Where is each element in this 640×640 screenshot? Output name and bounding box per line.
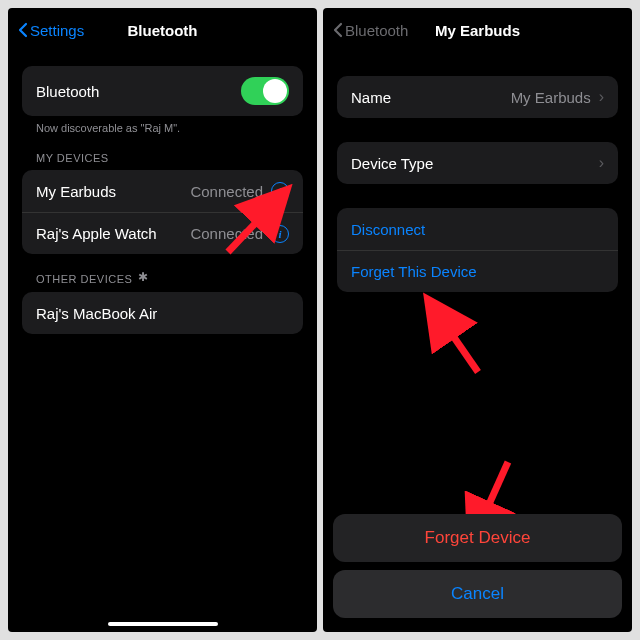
bluetooth-toggle-row[interactable]: Bluetooth <box>22 66 303 116</box>
disconnect-label: Disconnect <box>351 221 425 238</box>
name-label: Name <box>351 89 391 106</box>
device-row-macbook[interactable]: Raj's MacBook Air <box>22 292 303 334</box>
chevron-left-icon <box>333 22 343 38</box>
bluetooth-toggle[interactable] <box>241 77 289 105</box>
actions-group: Disconnect Forget This Device <box>337 208 618 292</box>
chevron-right-icon: › <box>599 88 604 106</box>
forget-device-button[interactable]: Forget Device <box>333 514 622 562</box>
device-row-earbuds[interactable]: My Earbuds Connected i <box>22 170 303 212</box>
other-devices-header: OTHER DEVICES <box>22 254 303 292</box>
back-label: Settings <box>30 22 84 39</box>
device-status: Connected <box>190 225 263 242</box>
chevron-left-icon <box>18 22 28 38</box>
back-label: Bluetooth <box>345 22 408 39</box>
navbar: Settings Bluetooth <box>8 8 317 52</box>
device-type-label: Device Type <box>351 155 433 172</box>
page-title: My Earbuds <box>435 22 520 39</box>
bluetooth-toggle-label: Bluetooth <box>36 83 99 100</box>
navbar: Bluetooth My Earbuds <box>323 8 632 52</box>
device-status: Connected <box>190 183 263 200</box>
cancel-button[interactable]: Cancel <box>333 570 622 618</box>
back-button[interactable]: Settings <box>18 22 84 39</box>
forget-label: Forget This Device <box>351 263 477 280</box>
spinner-icon <box>138 272 152 286</box>
disconnect-row[interactable]: Disconnect <box>337 208 618 250</box>
back-button[interactable]: Bluetooth <box>333 22 408 39</box>
info-icon[interactable]: i <box>271 225 289 243</box>
info-icon[interactable]: i <box>271 182 289 200</box>
name-group: Name My Earbuds › <box>337 76 618 118</box>
action-sheet: Forget Device Cancel <box>333 506 622 618</box>
device-name: My Earbuds <box>36 183 116 200</box>
device-type-group: Device Type › <box>337 142 618 184</box>
name-value: My Earbuds <box>511 89 591 106</box>
my-devices-header: MY DEVICES <box>22 134 303 170</box>
device-detail-screen: Bluetooth My Earbuds Name My Earbuds › D… <box>323 8 632 632</box>
device-type-row[interactable]: Device Type › <box>337 142 618 184</box>
other-devices-group: Raj's MacBook Air <box>22 292 303 334</box>
annotation-arrow <box>413 292 503 382</box>
bluetooth-toggle-group: Bluetooth <box>22 66 303 116</box>
bluetooth-settings-screen: Settings Bluetooth Bluetooth Now discove… <box>8 8 317 632</box>
discoverable-footnote: Now discoverable as "Raj M". <box>22 116 303 134</box>
device-name: Raj's MacBook Air <box>36 305 157 322</box>
forget-this-device-row[interactable]: Forget This Device <box>337 250 618 292</box>
chevron-right-icon: › <box>599 154 604 172</box>
svg-line-1 <box>431 304 478 372</box>
page-title: Bluetooth <box>128 22 198 39</box>
name-row[interactable]: Name My Earbuds › <box>337 76 618 118</box>
my-devices-group: My Earbuds Connected i Raj's Apple Watch… <box>22 170 303 254</box>
home-indicator[interactable] <box>108 622 218 626</box>
device-row-watch[interactable]: Raj's Apple Watch Connected i <box>22 212 303 254</box>
device-name: Raj's Apple Watch <box>36 225 157 242</box>
